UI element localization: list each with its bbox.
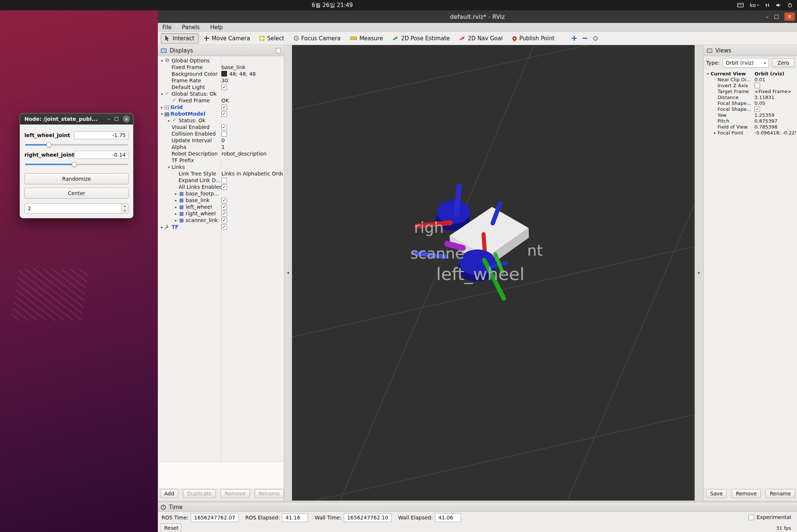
property-row[interactable]: Pitch 0.875397: [704, 118, 797, 124]
property-row[interactable]: ▸ Focal Point -0.096418; -0.2256...: [704, 130, 797, 136]
maximize-button[interactable]: [115, 117, 118, 121]
property-row[interactable]: Fixed Frame OK: [158, 97, 284, 104]
property-row[interactable]: Yaw 1.25359: [704, 112, 797, 118]
power-icon[interactable]: [787, 3, 793, 8]
window-titlebar[interactable]: default.rviz* - RViz – ×: [158, 10, 797, 23]
volume-icon[interactable]: [776, 3, 781, 8]
property-row[interactable]: ▸ base_footp...: [158, 190, 284, 197]
property-row[interactable]: ▸ right_wheel: [158, 210, 284, 217]
keyboard-layout-icon[interactable]: [737, 3, 744, 8]
property-row[interactable]: ▾ Links: [158, 164, 284, 170]
checkbox[interactable]: [221, 218, 227, 223]
close-button[interactable]: ×: [784, 13, 795, 21]
property-row[interactable]: Near Clip Di... 0.01: [704, 76, 797, 82]
property-row[interactable]: Default Light: [158, 84, 284, 91]
ros-time-input[interactable]: 1656247762.07: [191, 513, 238, 522]
property-row[interactable]: Link Tree Style Links in Alphabetic Orde…: [158, 170, 284, 177]
input-source-indicator[interactable]: ko ▾: [750, 2, 759, 8]
displays-panel-header[interactable]: Displays: [158, 45, 284, 56]
wall-time-input[interactable]: 1656247762.10: [344, 513, 391, 522]
checkbox[interactable]: [221, 125, 227, 130]
window-titlebar[interactable]: Node: /joint_state_publ... – ×: [20, 113, 133, 125]
measure-tool-button[interactable]: Measure: [346, 33, 387, 44]
panel-splitter-right[interactable]: ▸: [695, 45, 703, 501]
collapse-left-icon[interactable]: ◂: [287, 270, 289, 275]
checkbox[interactable]: [749, 515, 754, 520]
panel-splitter-left[interactable]: ◂: [284, 45, 292, 501]
spin-up-button[interactable]: ▴: [121, 204, 128, 208]
expander-icon[interactable]: ▸: [166, 119, 172, 123]
clock[interactable]: 6월 26일 21:49: [312, 0, 353, 10]
property-row[interactable]: Field of View 0.785398: [704, 124, 797, 130]
property-row[interactable]: Expand Link D...: [158, 177, 284, 184]
checkbox[interactable]: [221, 198, 227, 203]
checkbox[interactable]: [221, 111, 227, 117]
property-row[interactable]: Invert Z Axis: [704, 82, 797, 88]
property-row[interactable]: Update Interval 0: [158, 137, 284, 144]
3d-viewport[interactable]: righ scanne nt left_wheel: [292, 45, 695, 501]
property-row[interactable]: Focal Shape... 0.05: [704, 100, 797, 106]
add-display-button[interactable]: Add: [160, 489, 178, 498]
minimize-button[interactable]: –: [766, 13, 769, 20]
rename-display-button[interactable]: Rename: [255, 489, 284, 498]
minimize-button[interactable]: –: [108, 116, 111, 122]
expander-icon[interactable]: ▾: [159, 112, 165, 116]
property-row[interactable]: ▸ base_link: [158, 197, 284, 204]
time-panel-header[interactable]: Time: [158, 503, 797, 512]
remove-tool-button[interactable]: [580, 33, 590, 44]
property-row[interactable]: ▸ TF: [158, 224, 284, 230]
experimental-checkbox[interactable]: Experimental: [749, 514, 791, 520]
expander-icon[interactable]: ▾: [705, 72, 710, 76]
duplicate-display-button[interactable]: Duplicate: [183, 489, 216, 498]
focus-camera-tool-button[interactable]: Focus Camera: [289, 33, 345, 44]
property-row[interactable]: Target Frame <Fixed Frame>: [704, 88, 797, 94]
ros-elapsed-input[interactable]: 41.16: [282, 513, 308, 522]
expander-icon[interactable]: ▸: [159, 225, 165, 229]
property-row[interactable]: Visual Enabled: [158, 124, 284, 130]
center-button[interactable]: Center: [24, 188, 129, 199]
expander-icon[interactable]: ▸: [173, 218, 179, 222]
checkbox[interactable]: [221, 131, 227, 137]
spinbox[interactable]: 2 ▴ ▾: [24, 203, 129, 214]
expander-icon[interactable]: ▾: [159, 59, 165, 63]
property-row[interactable]: Focal Shape...: [704, 106, 797, 112]
expander-icon[interactable]: ▸: [173, 212, 179, 216]
expander-icon[interactable]: ▸: [712, 131, 718, 135]
wall-elapsed-input[interactable]: 41.06: [435, 513, 461, 522]
checkbox[interactable]: [221, 224, 227, 230]
collapse-right-icon[interactable]: ▸: [698, 270, 701, 275]
save-view-button[interactable]: Save: [706, 489, 727, 498]
property-row[interactable]: Distance 3.11831: [704, 94, 797, 100]
property-row[interactable]: ▸ left_wheel: [158, 204, 284, 210]
expander-icon[interactable]: ▸: [173, 205, 179, 209]
menu-file[interactable]: File: [162, 24, 172, 31]
spinbox-value[interactable]: 2: [25, 204, 121, 213]
slider-handle[interactable]: [72, 162, 77, 167]
checkbox[interactable]: [221, 204, 227, 210]
expander-icon[interactable]: ▾: [159, 92, 165, 96]
expander-icon[interactable]: ▸: [173, 198, 179, 202]
add-tool-button[interactable]: [569, 33, 579, 44]
spin-down-button[interactable]: ▾: [121, 208, 128, 213]
remove-display-button[interactable]: Remove: [221, 489, 250, 498]
joint-value-input[interactable]: -1.75: [74, 131, 129, 139]
property-row[interactable]: ▸ Grid: [158, 104, 284, 110]
nav-goal-tool-button[interactable]: 2D Nav Goal: [455, 33, 507, 44]
checkbox[interactable]: [754, 106, 760, 112]
property-row[interactable]: Fixed Frame base_link: [158, 64, 284, 71]
property-row[interactable]: Collision Enabled: [158, 130, 284, 137]
randomize-button[interactable]: Randomize: [24, 173, 129, 184]
property-row[interactable]: ▾ Current View Orbit (rviz): [704, 71, 797, 76]
property-row[interactable]: ▾ RobotModel: [158, 110, 284, 117]
remove-view-button[interactable]: Remove: [732, 489, 761, 498]
move-camera-tool-button[interactable]: Move Camera: [200, 33, 255, 44]
property-row[interactable]: Alpha 1: [158, 144, 284, 150]
select-tool-button[interactable]: Select: [255, 33, 288, 44]
checkbox[interactable]: [221, 105, 227, 110]
property-row[interactable]: Robot Description robot_description: [158, 150, 284, 157]
panel-float-button[interactable]: [276, 48, 281, 53]
rename-view-button[interactable]: Rename: [766, 489, 795, 498]
close-button[interactable]: ×: [123, 115, 130, 123]
expander-icon[interactable]: ▸: [159, 105, 165, 109]
property-row[interactable]: ▾ Global Options: [158, 57, 284, 64]
